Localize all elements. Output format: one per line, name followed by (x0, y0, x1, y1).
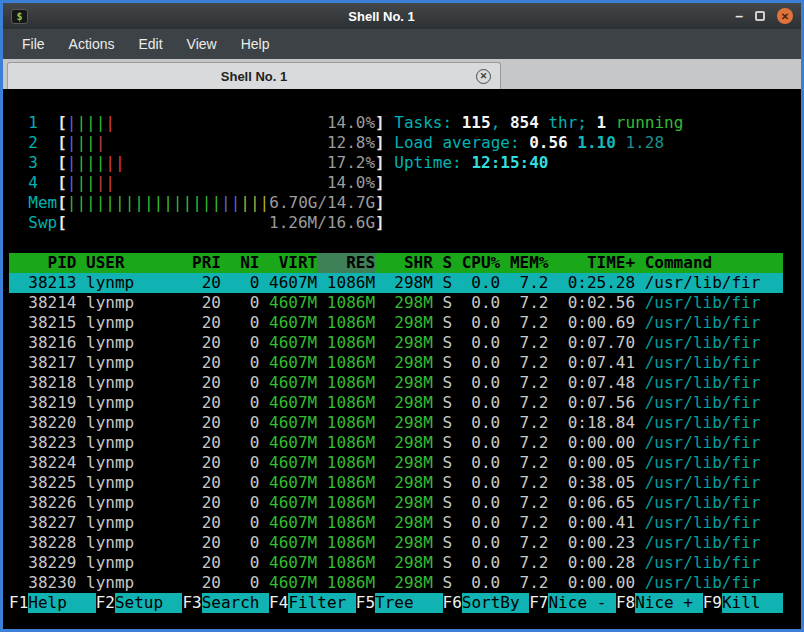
fkey-f8[interactable]: F8Nice + (616, 593, 703, 613)
column-header-pid[interactable]: PID (9, 253, 76, 273)
process-row[interactable]: 38214lynmp2004607M1086M298MS0.07.20:02.5… (9, 293, 783, 313)
cell-cmd: /usr/lib/fir (635, 473, 783, 493)
cell-pri: 20 (182, 353, 221, 373)
tab-close-icon[interactable]: ✕ (476, 69, 491, 84)
cell-shr: 298M (375, 493, 433, 513)
maximize-button[interactable] (755, 11, 765, 21)
cell-pid: 38229 (9, 553, 76, 573)
process-row[interactable]: 38215lynmp2004607M1086M298MS0.07.20:00.6… (9, 313, 783, 333)
cell-virt: 4607M (259, 473, 317, 493)
cell-cmd: /usr/lib/fir (635, 273, 783, 293)
menu-edit[interactable]: Edit (127, 32, 173, 56)
menu-view[interactable]: View (176, 32, 228, 56)
process-row[interactable]: 38224lynmp2004607M1086M298MS0.07.20:00.0… (9, 453, 783, 473)
fkey-f3[interactable]: F3Search (182, 593, 269, 613)
fkey-f6[interactable]: F6SortBy (443, 593, 530, 613)
fkey-f4[interactable]: F4Filter (269, 593, 356, 613)
cell-user: lynmp (76, 293, 182, 313)
process-row[interactable]: 38230lynmp2004607M1086M298MS0.07.20:00.0… (9, 573, 783, 593)
cell-cmd: /usr/lib/fir (635, 393, 783, 413)
cell-virt: 4607M (259, 393, 317, 413)
process-row[interactable]: 38226lynmp2004607M1086M298MS0.07.20:06.6… (9, 493, 783, 513)
cell-pid: 38219 (9, 393, 76, 413)
column-header-shr[interactable]: SHR (375, 253, 433, 273)
cell-mem: 7.2 (500, 293, 548, 313)
cell-time: 0:00.28 (548, 553, 635, 573)
cell-virt: 4607M (259, 333, 317, 353)
process-row[interactable]: 38228lynmp2004607M1086M298MS0.07.20:00.2… (9, 533, 783, 553)
process-row[interactable]: 38220lynmp2004607M1086M298MS0.07.20:18.8… (9, 413, 783, 433)
cell-ni: 0 (221, 573, 260, 593)
column-header-res[interactable]: RES (317, 253, 375, 273)
column-header-user[interactable]: USER (76, 253, 182, 273)
cell-cmd: /usr/lib/fir (635, 573, 783, 593)
cell-ni: 0 (221, 413, 260, 433)
column-header-s[interactable]: S (433, 253, 452, 273)
process-row[interactable]: 38219lynmp2004607M1086M298MS0.07.20:07.5… (9, 393, 783, 413)
fkey-f1[interactable]: F1Help (9, 593, 96, 613)
fkey-f9[interactable]: F9Kill (703, 593, 783, 613)
spacer (9, 233, 783, 253)
column-header-pri[interactable]: PRI (182, 253, 221, 273)
cell-pri: 20 (182, 273, 221, 293)
cell-s: S (433, 353, 452, 373)
cell-s: S (433, 533, 452, 553)
process-row[interactable]: 38213lynmp2004607M1086M298MS0.07.20:25.2… (9, 273, 783, 293)
cell-virt: 4607M (259, 493, 317, 513)
cell-cpu: 0.0 (452, 473, 500, 493)
cell-user: lynmp (76, 553, 182, 573)
tab-shell[interactable]: Shell No. 1✕ (7, 62, 501, 89)
cell-ni: 0 (221, 313, 260, 333)
minimize-button[interactable]: – (735, 11, 743, 21)
titlebar[interactable]: $ Shell No. 1 –✕ (3, 3, 801, 29)
cell-pri: 20 (182, 433, 221, 453)
fkey-f2[interactable]: F2Setup (96, 593, 183, 613)
cell-time: 0:07.48 (548, 373, 635, 393)
cell-time: 0:00.69 (548, 313, 635, 333)
cell-res: 1086M (317, 553, 375, 573)
column-header-time[interactable]: TIME+ (548, 253, 635, 273)
process-row[interactable]: 38218lynmp2004607M1086M298MS0.07.20:07.4… (9, 373, 783, 393)
cell-ni: 0 (221, 393, 260, 413)
cell-res: 1086M (317, 353, 375, 373)
cell-user: lynmp (76, 333, 182, 353)
process-row[interactable]: 38223lynmp2004607M1086M298MS0.07.20:00.0… (9, 433, 783, 453)
cell-shr: 298M (375, 433, 433, 453)
column-header-virt[interactable]: VIRT (259, 253, 317, 273)
close-button[interactable]: ✕ (777, 8, 793, 24)
process-row[interactable]: 38229lynmp2004607M1086M298MS0.07.20:00.2… (9, 553, 783, 573)
fkey-f5[interactable]: F5Tree (356, 593, 443, 613)
column-header-cmd[interactable]: Command (635, 253, 783, 273)
cell-shr: 298M (375, 573, 433, 593)
cell-cmd: /usr/lib/fir (635, 333, 783, 353)
cell-cpu: 0.0 (452, 533, 500, 553)
cell-mem: 7.2 (500, 333, 548, 353)
cell-s: S (433, 333, 452, 353)
cell-ni: 0 (221, 533, 260, 553)
fkey-f7[interactable]: F7Nice - (529, 593, 616, 613)
cell-user: lynmp (76, 573, 182, 593)
process-row[interactable]: 38217lynmp2004607M1086M298MS0.07.20:07.4… (9, 353, 783, 373)
process-row[interactable]: 38216lynmp2004607M1086M298MS0.07.20:07.7… (9, 333, 783, 353)
menu-actions[interactable]: Actions (58, 32, 126, 56)
cell-cmd: /usr/lib/fir (635, 553, 783, 573)
cell-ni: 0 (221, 293, 260, 313)
tab-bar: Shell No. 1✕ (3, 59, 801, 89)
column-header-cpu[interactable]: CPU% (452, 253, 500, 273)
cell-res: 1086M (317, 413, 375, 433)
cell-shr: 298M (375, 273, 433, 293)
cell-pri: 20 (182, 493, 221, 513)
cell-user: lynmp (76, 393, 182, 413)
htop-header-area: 1[|||||14.0%]2[||||12.8%]3[||||||17.2%]4… (9, 113, 783, 233)
column-header-mem[interactable]: MEM% (500, 253, 548, 273)
cell-mem: 7.2 (500, 433, 548, 453)
cell-user: lynmp (76, 433, 182, 453)
menu-help[interactable]: Help (230, 32, 281, 56)
process-row[interactable]: 38225lynmp2004607M1086M298MS0.07.20:38.0… (9, 473, 783, 493)
cell-cmd: /usr/lib/fir (635, 293, 783, 313)
cell-cpu: 0.0 (452, 333, 500, 353)
cell-res: 1086M (317, 273, 375, 293)
process-row[interactable]: 38227lynmp2004607M1086M298MS0.07.20:00.4… (9, 513, 783, 533)
menu-file[interactable]: File (11, 32, 56, 56)
column-header-ni[interactable]: NI (221, 253, 260, 273)
